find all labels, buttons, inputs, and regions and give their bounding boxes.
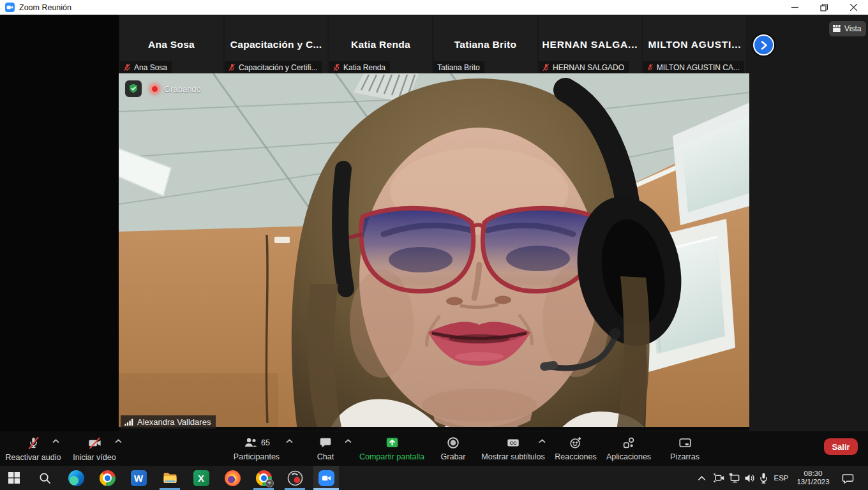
unmute-button[interactable]: Reactivar audio [3,431,64,466]
security-shield-icon[interactable] [125,80,142,97]
participant-tile-katia-renda[interactable]: Katia Renda Katia Renda [329,16,432,73]
chevron-right-icon [760,40,768,50]
taskbar-search-button[interactable] [32,466,57,490]
zoom-icon [318,470,334,486]
taskbar-obs[interactable] [282,466,308,490]
tray-date: 13/1/2023 [797,478,829,486]
speaker-name-chip: Alexandra Valldares [121,415,216,429]
firefox-icon [225,470,241,486]
taskbar-file-explorer[interactable] [157,466,183,490]
participants-options-chevron[interactable] [286,439,293,443]
participant-name: MILTON AGUSTI... [643,39,746,50]
svg-text:CC: CC [509,440,517,446]
restore-button[interactable] [809,0,839,15]
window-controls [780,0,868,15]
participant-label: HERNAN SALGADO [539,61,629,73]
taskbar-chrome[interactable] [94,466,120,490]
participant-tile-ana-sosa[interactable]: Ana Sosa Ana Sosa [120,16,223,73]
share-screen-icon [385,436,400,450]
speaker-name: Alexandra Valldares [137,417,211,427]
participant-tile-hernan-salgado[interactable]: HERNAN SALGA... HERNAN SALGADO [539,16,641,73]
participant-label: Katia Renda [329,61,390,73]
tray-microphone-icon[interactable] [756,466,770,490]
window-title: Zoom Reunión [19,3,71,12]
reactions-button[interactable]: Reacciones [550,431,601,466]
leave-meeting-button[interactable]: Salir [824,438,858,455]
taskbar-word[interactable]: W [126,466,151,490]
muted-mic-icon [333,63,341,71]
speaker-video-scene [119,73,749,431]
captions-options-chevron[interactable] [539,439,546,443]
muted-mic-icon [647,63,654,71]
app-background-left [0,15,119,431]
apps-button[interactable]: Aplicaciones [600,431,657,466]
next-participants-button[interactable] [753,34,774,56]
participant-name: Ana Sosa [120,39,223,50]
tray-language[interactable]: ESP [772,466,791,490]
zoom-app-icon [5,3,15,12]
participant-tile-tatiana-brito[interactable]: Tatiana Brito Tatiana Brito [434,16,537,73]
chat-button[interactable]: Chat [303,431,348,466]
excel-icon: X [193,470,209,486]
record-button[interactable]: Grabar [431,431,475,466]
start-button[interactable] [1,466,27,490]
active-speaker-video: Grabando Alexandra Valldares [119,73,749,431]
participant-name: HERNAN SALGA... [539,39,641,50]
taskbar-edge[interactable] [63,466,89,490]
tray-chevron-up[interactable] [694,466,709,490]
video-options-chevron[interactable] [115,439,122,443]
participant-name: Capacitación y C... [225,39,327,50]
audio-level-icon [124,417,134,427]
start-video-button[interactable]: Iniciar vídeo [65,431,124,466]
meeting-toolbar: Reactivar audio Iniciar vídeo 65 Partici… [0,431,868,466]
participant-tile-capacitacion[interactable]: Capacitación y C... Capacitación y Certi… [225,16,327,73]
captions-button[interactable]: CC Mostrar subtítulos [477,431,549,466]
chat-icon [318,436,333,450]
tray-time: 08:30 [804,470,823,478]
participants-count: 65 [261,438,270,447]
action-center-button[interactable] [838,466,857,490]
participant-name: Tatiana Brito [434,39,537,50]
taskbar-zoom[interactable] [313,466,339,490]
windows-logo-icon [8,471,20,484]
participant-tile-milton-agustin[interactable]: MILTON AGUSTI... MILTON AGUSTIN CA... [643,16,746,73]
tray-network-icon[interactable] [727,466,742,490]
muted-mic-icon [228,63,236,71]
minimize-button[interactable] [780,0,809,15]
whiteboards-button[interactable]: Pizarras [660,431,710,466]
tray-camera-in-use-icon[interactable] [712,466,727,490]
audio-options-chevron[interactable] [52,439,59,443]
search-icon [38,471,52,485]
grid-view-icon [833,25,841,33]
taskbar-firefox[interactable] [220,466,245,490]
participant-label: Ana Sosa [120,61,172,73]
window-titlebar: Zoom Reunión [0,0,868,15]
chrome-icon [100,470,116,486]
recording-indicator: Grabando [125,80,201,97]
view-button[interactable]: Vista [829,21,866,36]
notification-bubble-icon [842,473,854,484]
taskbar-excel[interactable]: X [188,466,214,490]
close-button[interactable] [839,0,868,15]
muted-mic-icon [26,436,41,450]
whiteboard-icon [678,436,692,450]
chrome-profile-badge: ✳ [266,479,274,487]
share-screen-button[interactable]: Compartir pantalla [352,431,431,466]
taskbar-chrome-2[interactable]: ✳ [251,466,276,490]
participants-icon [243,436,258,450]
chat-options-chevron[interactable] [345,439,352,443]
windows-taskbar: W X ✳ [0,466,868,490]
obs-icon [287,470,303,486]
tray-speaker-icon[interactable] [742,466,757,490]
word-icon: W [131,470,147,486]
participants-button[interactable]: 65 Participantes [225,431,288,466]
edge-icon [68,470,84,486]
tray-clock[interactable]: 08:30 13/1/2023 [793,466,833,490]
chrome-icon: ✳ [256,470,272,486]
reactions-icon [569,436,583,450]
participant-name: Katia Renda [329,39,432,50]
file-explorer-icon [162,470,178,486]
recording-dot-icon [151,85,159,93]
muted-mic-icon [542,63,550,71]
muted-mic-icon [123,63,131,71]
